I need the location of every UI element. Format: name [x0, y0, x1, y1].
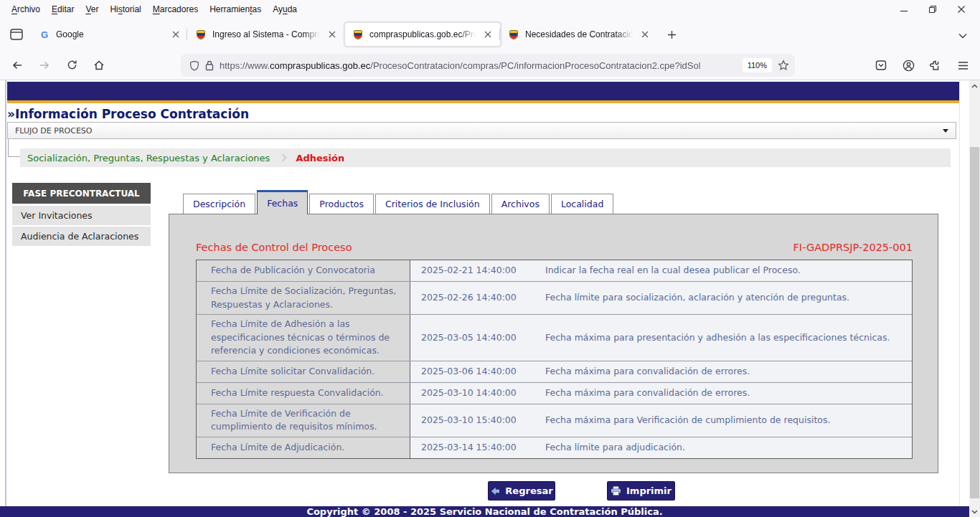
minimize-button[interactable]: [890, 1, 918, 18]
flujo-de-proceso-dropdown[interactable]: FLUJO DE PROCESO: [7, 122, 956, 139]
menu-label: E: [52, 4, 57, 14]
table-row: Fecha Límite respuesta Convalidación. 20…: [197, 383, 912, 404]
list-all-tabs-icon[interactable]: [953, 26, 973, 46]
lock-icon[interactable]: [205, 60, 214, 71]
row-description: Fecha máxima para Verificación de cumpli…: [541, 404, 912, 437]
table-row: Fecha de Publicación y Convocatoria 2025…: [197, 260, 912, 282]
site-header-gold-line: [7, 100, 959, 103]
row-date: 2025-03-05 14:40:00: [410, 315, 541, 361]
process-code: FI-GADPRSJP-2025-001: [793, 242, 913, 253]
browser-chrome: Archivo Editar Ver Historial Marcadores …: [0, 0, 980, 80]
menu-hamburger-icon[interactable]: [951, 54, 974, 77]
table-row: Fecha Límite solicitar Convalidación. 20…: [197, 361, 912, 383]
scroll-down-icon[interactable]: [969, 506, 980, 517]
account-icon[interactable]: [897, 54, 920, 77]
menu-ayuda[interactable]: Ayuda: [267, 2, 303, 16]
flujo-label: FLUJO DE PROCESO: [15, 126, 92, 136]
tab-productos[interactable]: Productos: [309, 194, 374, 214]
tab-close-icon[interactable]: [639, 28, 651, 41]
bookmark-star-icon[interactable]: [778, 60, 789, 71]
menu-label: A: [11, 4, 17, 14]
tab-close-icon[interactable]: [326, 28, 339, 41]
row-label: Fecha Límite de Verificación de cumplimi…: [197, 404, 410, 437]
printer-icon: [611, 486, 621, 495]
tab-descripcion[interactable]: Descripción: [183, 194, 255, 214]
browser-tab-google[interactable]: G Google: [32, 22, 188, 47]
tab-title: Ingreso al Sistema - Compras Pú: [212, 29, 320, 39]
row-date: 2025-02-21 14:40:00: [410, 260, 541, 281]
menu-archivo[interactable]: Archivo: [6, 2, 46, 16]
menu-editar[interactable]: Editar: [46, 2, 80, 16]
breadcrumb-previous-step[interactable]: Socialización, Preguntas, Respuestas y A…: [27, 153, 270, 163]
browser-tab-ingreso[interactable]: Ingreso al Sistema - Compras Pú: [188, 22, 344, 47]
tab-fechas-active[interactable]: Fechas: [257, 190, 308, 214]
footer-copyright: Copyright © 2008 - 2025 Servicio Naciona…: [0, 506, 969, 517]
menu-label: ditar: [57, 4, 74, 14]
process-tab-strip: Descripción Fechas Productos Criterios d…: [183, 189, 615, 214]
menu-marcadores[interactable]: Marcadores: [147, 2, 204, 16]
row-label: Fecha Límite de Adhesión a las especific…: [197, 315, 410, 361]
tab-close-icon[interactable]: [169, 28, 182, 41]
menu-historial[interactable]: Historial: [104, 2, 146, 16]
tab-archivos[interactable]: Archivos: [491, 194, 550, 214]
tab-localidad[interactable]: Localidad: [551, 194, 613, 214]
pocket-icon[interactable]: [870, 54, 892, 77]
vertical-scrollbar[interactable]: [969, 80, 980, 517]
row-description: Fecha máxima para convalidación de error…: [541, 383, 912, 404]
forward-button[interactable]: [33, 54, 56, 77]
firefox-view-icon[interactable]: [4, 23, 29, 46]
row-date: 2025-03-06 14:40:00: [410, 361, 541, 382]
sidebar-item-ver-invitaciones[interactable]: Ver Invitaciones: [12, 206, 151, 225]
chevron-right-icon: [279, 153, 287, 161]
menu-label: torial: [123, 4, 141, 14]
url-bar[interactable]: https://www.compraspublicas.gob.ec/Proce…: [181, 54, 795, 77]
row-description: Indicar la fecha real en la cual desea p…: [541, 260, 912, 281]
restore-button[interactable]: [918, 1, 947, 18]
tab-close-icon[interactable]: [481, 28, 494, 41]
menu-label: Herramien: [209, 4, 250, 14]
row-description: Fecha máxima para presentación y adhesió…: [541, 315, 912, 361]
ecuador-favicon-icon: [508, 29, 519, 40]
browser-tab-compraspublicas-active[interactable]: compraspublicas.gob.ec/Proces: [344, 22, 501, 47]
scroll-up-icon[interactable]: [969, 80, 980, 91]
menu-label: V: [85, 4, 90, 14]
home-button[interactable]: [88, 54, 110, 77]
row-date: 2025-03-10 14:40:00: [410, 383, 541, 404]
sidebar: FASE PRECONTRACTUAL Ver Invitaciones Aud…: [12, 183, 151, 247]
row-date: 2025-02-26 14:40:00: [410, 282, 541, 314]
tab-title: Google: [56, 29, 164, 39]
back-button[interactable]: [6, 54, 29, 77]
zoom-level-badge[interactable]: 110%: [743, 58, 772, 72]
ecuador-favicon-icon: [195, 29, 207, 40]
scrollbar-thumb[interactable]: [970, 147, 979, 498]
breadcrumb: Socialización, Preguntas, Respuestas y A…: [20, 148, 951, 167]
row-date: 2025-03-10 15:40:00: [410, 404, 541, 437]
imprimir-button[interactable]: Imprimir: [607, 481, 675, 501]
tab-title: Necesidades de Contratación y: [525, 29, 633, 39]
menu-label: er: [91, 4, 99, 14]
regresar-button[interactable]: Regresar: [488, 481, 555, 501]
table-row: Fecha Límite de Verificación de cumplimi…: [197, 404, 912, 437]
tree-connector-line: [8, 139, 20, 157]
extensions-icon[interactable]: [924, 54, 947, 77]
menu-herramientas[interactable]: Herramientas: [204, 2, 267, 16]
new-tab-button[interactable]: [660, 23, 683, 46]
window-controls: [890, 0, 976, 19]
tab-title: compraspublicas.gob.ec/Proces: [369, 29, 476, 39]
panel-title: Fechas de Control del Proceso: [196, 242, 352, 253]
tab-criterios-inclusion[interactable]: Criterios de Inclusión: [375, 194, 490, 214]
browser-tab-necesidades[interactable]: Necesidades de Contratación y: [501, 22, 657, 47]
page-left-border: [5, 80, 6, 517]
breadcrumb-current-step: Adhesión: [296, 153, 344, 163]
menu-label: Hi: [110, 4, 118, 14]
reload-button[interactable]: [60, 54, 83, 77]
button-label: Regresar: [505, 485, 552, 496]
sidebar-header: FASE PRECONTRACTUAL: [12, 183, 151, 204]
page-title: »Información Proceso Contratación: [7, 107, 249, 121]
url-text[interactable]: https://www.compraspublicas.gob.ec/Proce…: [220, 60, 737, 71]
shield-icon[interactable]: [189, 60, 199, 71]
sidebar-item-audiencia-aclaraciones[interactable]: Audiencia de Aclaraciones: [12, 227, 151, 246]
menu-ver[interactable]: Ver: [80, 2, 104, 16]
site-header-band: [7, 82, 959, 100]
close-window-button[interactable]: [947, 1, 976, 18]
